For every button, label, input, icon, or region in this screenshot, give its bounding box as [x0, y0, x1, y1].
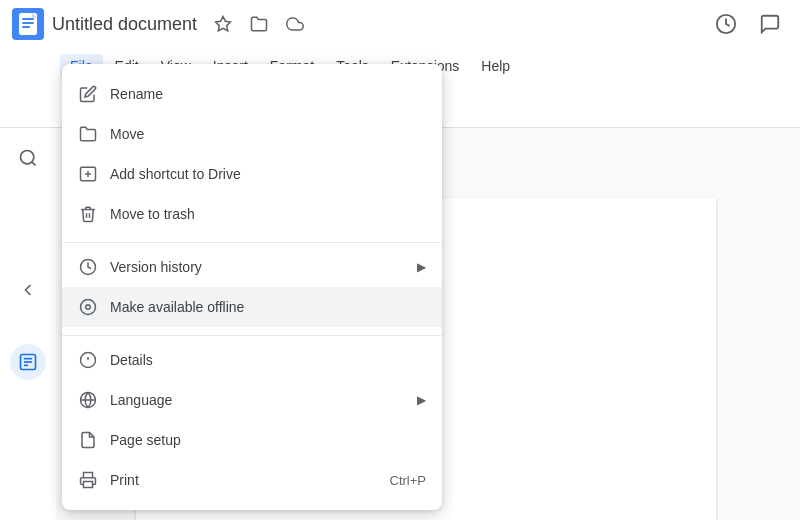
svg-point-7 [21, 151, 34, 164]
title-action-icons [209, 10, 309, 38]
docs-app-icon [12, 8, 44, 40]
svg-rect-3 [22, 22, 34, 24]
language-arrow: ▶ [417, 393, 426, 407]
move-label: Move [110, 126, 426, 142]
dropdown-section-2: Version history ▶ Make available offline [62, 242, 442, 331]
trash-icon [78, 204, 98, 224]
svg-rect-23 [84, 482, 93, 488]
left-sidebar [0, 128, 56, 520]
move-menu-item[interactable]: Move [62, 114, 442, 154]
move-to-trash-label: Move to trash [110, 206, 426, 222]
print-shortcut: Ctrl+P [390, 473, 426, 488]
details-label: Details [110, 352, 426, 368]
title-bar: Untitled document [0, 0, 800, 48]
page-setup-label: Page setup [110, 432, 426, 448]
top-right-icons [708, 6, 788, 42]
svg-rect-2 [22, 18, 34, 20]
version-history-arrow: ▶ [417, 260, 426, 274]
details-menu-item[interactable]: Details [62, 340, 442, 380]
file-dropdown-menu: Rename Move Add shortcut to Drive [62, 64, 442, 510]
make-available-offline-label: Make available offline [110, 299, 426, 315]
version-history-icon [78, 257, 98, 277]
move-icon [78, 124, 98, 144]
search-sidebar-btn[interactable] [10, 140, 46, 176]
add-shortcut-menu-item[interactable]: Add shortcut to Drive [62, 154, 442, 194]
version-history-menu-item[interactable]: Version history ▶ [62, 247, 442, 287]
document-title: Untitled document [52, 14, 197, 35]
cloud-save-icon[interactable] [281, 10, 309, 38]
menu-help[interactable]: Help [471, 54, 520, 78]
history-icon[interactable] [708, 6, 744, 42]
language-menu-item[interactable]: Language ▶ [62, 380, 442, 420]
details-icon [78, 350, 98, 370]
print-menu-item[interactable]: Print Ctrl+P [62, 460, 442, 500]
svg-point-16 [81, 300, 96, 315]
move-to-trash-menu-item[interactable]: Move to trash [62, 194, 442, 234]
language-label: Language [110, 392, 405, 408]
page-setup-icon [78, 430, 98, 450]
comment-icon[interactable] [752, 6, 788, 42]
page-setup-menu-item[interactable]: Page setup [62, 420, 442, 460]
rename-menu-item[interactable]: Rename [62, 74, 442, 114]
print-icon [78, 470, 98, 490]
add-shortcut-label: Add shortcut to Drive [110, 166, 426, 182]
print-label: Print [110, 472, 378, 488]
back-button[interactable] [10, 272, 46, 308]
version-history-label: Version history [110, 259, 405, 275]
svg-marker-5 [216, 17, 231, 31]
make-available-offline-menu-item[interactable]: Make available offline [62, 287, 442, 327]
svg-line-8 [32, 162, 36, 166]
star-icon[interactable] [209, 10, 237, 38]
offline-icon [78, 297, 98, 317]
svg-point-17 [86, 305, 91, 310]
rename-icon [78, 84, 98, 104]
rename-label: Rename [110, 86, 426, 102]
svg-rect-4 [22, 26, 30, 28]
dropdown-section-3: Details Language ▶ Page setup [62, 335, 442, 504]
move-to-folder-icon[interactable] [245, 10, 273, 38]
dropdown-section-1: Rename Move Add shortcut to Drive [62, 70, 442, 238]
language-icon [78, 390, 98, 410]
shortcut-icon [78, 164, 98, 184]
outline-sidebar-btn[interactable] [10, 344, 46, 380]
